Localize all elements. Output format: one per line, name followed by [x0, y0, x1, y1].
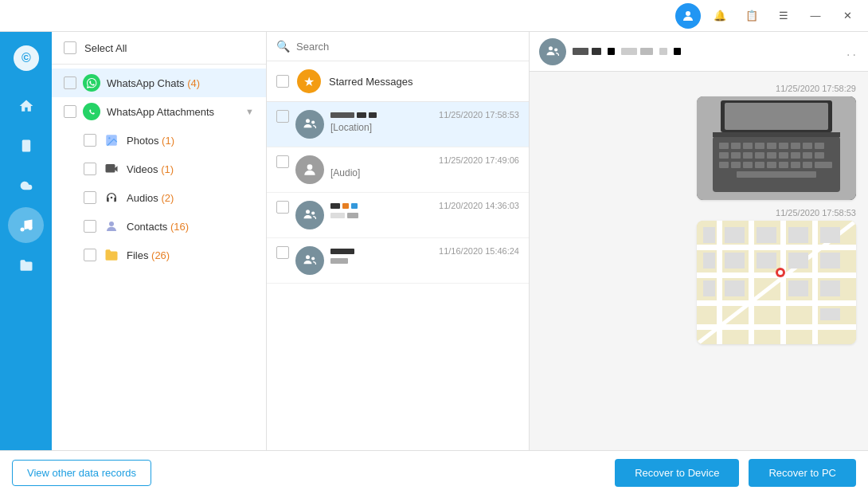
search-input[interactable] [296, 41, 519, 53]
svg-rect-44 [731, 162, 741, 168]
svg-rect-28 [755, 143, 764, 149]
svg-rect-30 [779, 143, 788, 149]
notes-icon[interactable]: 📋 [739, 3, 764, 29]
sidebar-item-home[interactable] [8, 88, 44, 124]
search-icon: 🔍 [276, 40, 290, 53]
svg-rect-50 [803, 162, 812, 168]
svg-rect-43 [719, 162, 729, 168]
svg-rect-48 [779, 162, 788, 168]
whatsapp-chats-checkbox[interactable] [64, 76, 76, 89]
svg-rect-78 [788, 280, 808, 296]
list-item-contacts[interactable]: Contacts (16) [52, 212, 266, 241]
chat-4-time: 11/16/2020 15:46:24 [439, 246, 519, 256]
svg-rect-74 [820, 227, 840, 243]
left-panel: Select All WhatsApp Chats (4) [52, 32, 267, 450]
svg-point-14 [311, 120, 315, 124]
svg-rect-66 [703, 227, 715, 243]
recover-pc-button[interactable]: Recover to PC [749, 459, 856, 487]
svg-point-0 [686, 11, 690, 16]
svg-rect-47 [767, 162, 776, 168]
chat-4-checkbox[interactable] [276, 246, 289, 259]
svg-rect-3 [22, 139, 30, 151]
svg-rect-70 [788, 253, 808, 269]
sidebar-item-music[interactable] [8, 207, 44, 243]
contacts-checkbox[interactable] [84, 220, 96, 233]
bottom-bar: View other data records Recover to Devic… [0, 450, 868, 494]
list-item-whatsapp-attachments[interactable]: WhatsApp Attachments ▼ [52, 97, 266, 126]
list-item-videos[interactable]: Videos (1) [52, 155, 266, 183]
svg-point-21 [554, 48, 557, 51]
chat-1-checkbox[interactable] [276, 110, 289, 123]
chat-2-checkbox[interactable] [276, 155, 289, 168]
starred-messages-row[interactable]: ★ Starred Messages [267, 61, 529, 102]
map-bubble-content [697, 221, 856, 344]
starred-checkbox[interactable] [276, 75, 289, 88]
whatsapp-attachments-icon [83, 103, 100, 120]
chat-item-3[interactable]: 11/20/2020 14:36:03 [267, 193, 529, 238]
list-item-audios[interactable]: Audios (2) [52, 183, 266, 212]
svg-rect-80 [820, 308, 840, 320]
whatsapp-chats-label: WhatsApp Chats (4) [107, 77, 200, 89]
audios-checkbox[interactable] [84, 191, 96, 204]
svg-rect-26 [731, 143, 741, 149]
svg-rect-29 [767, 143, 776, 149]
svg-rect-46 [755, 162, 764, 168]
svg-rect-34 [719, 152, 729, 159]
svg-text:©: © [22, 51, 31, 65]
select-all-checkbox[interactable] [64, 41, 76, 54]
files-icon [103, 246, 120, 264]
chat-3-checkbox[interactable] [276, 201, 289, 214]
files-label: Files (26) [127, 249, 170, 261]
svg-point-16 [306, 210, 310, 214]
chat-item-1[interactable]: 11/25/2020 17:58:53 [Location] [267, 102, 529, 147]
sidebar-item-cloud[interactable] [8, 167, 44, 203]
svg-rect-37 [755, 152, 764, 159]
svg-rect-40 [791, 152, 800, 159]
list-item-files[interactable]: Files (26) [52, 241, 266, 269]
files-checkbox[interactable] [84, 249, 96, 261]
videos-icon [103, 160, 120, 178]
chat-2-preview: [Audio] [330, 167, 519, 178]
map-image [697, 221, 856, 344]
svg-rect-31 [791, 143, 800, 149]
keyboard-image [697, 96, 856, 200]
sidebar-item-phone[interactable] [8, 127, 44, 163]
chat-1-preview: [Location] [330, 122, 519, 133]
chat-4-avatar [295, 246, 324, 275]
photos-checkbox[interactable] [84, 134, 96, 147]
chat-item-2[interactable]: 11/25/2020 17:49:06 [Audio] [267, 147, 529, 193]
middle-panel: 🔍 ★ Starred Messages [267, 32, 530, 450]
whatsapp-attachments-checkbox[interactable] [64, 105, 76, 118]
chat-3-time: 11/20/2020 14:36:03 [439, 201, 519, 210]
svg-rect-68 [757, 227, 776, 243]
svg-rect-63 [780, 221, 786, 344]
svg-rect-55 [713, 132, 840, 137]
svg-rect-54 [725, 103, 828, 130]
svg-rect-41 [803, 152, 812, 159]
select-all-header[interactable]: Select All [52, 32, 266, 65]
menu-icon[interactable]: ☰ [771, 3, 796, 29]
videos-checkbox[interactable] [84, 163, 96, 175]
list-item-photos[interactable]: Photos (1) [52, 126, 266, 155]
svg-rect-76 [703, 280, 715, 296]
view-records-button[interactable]: View other data records [12, 460, 151, 486]
sidebar-item-folder[interactable] [8, 247, 44, 283]
close-button[interactable]: ✕ [835, 3, 860, 29]
recover-device-button[interactable]: Recover to Device [615, 459, 739, 487]
minimize-button[interactable]: — [803, 3, 828, 29]
contacts-label: Contacts (16) [127, 221, 189, 233]
svg-point-5 [20, 227, 24, 231]
star-icon: ★ [297, 69, 321, 93]
svg-rect-79 [820, 280, 840, 296]
svg-point-20 [549, 46, 553, 50]
bell-icon[interactable]: 🔔 [707, 3, 733, 29]
chat-1-content: 11/25/2020 17:58:53 [Location] [330, 110, 519, 133]
message-area: 11/25/2020 17:58:29 [530, 72, 868, 450]
chat-2-avatar [295, 155, 324, 184]
svg-rect-75 [820, 253, 840, 269]
chat-item-4[interactable]: 11/16/2020 15:46:24 [267, 238, 529, 284]
avatar-icon[interactable] [675, 3, 701, 29]
main-layout: © Select All [0, 32, 868, 450]
list-item-whatsapp-chats[interactable]: WhatsApp Chats (4) [52, 69, 266, 97]
message1-time: 11/25/2020 17:58:29 [697, 84, 856, 93]
